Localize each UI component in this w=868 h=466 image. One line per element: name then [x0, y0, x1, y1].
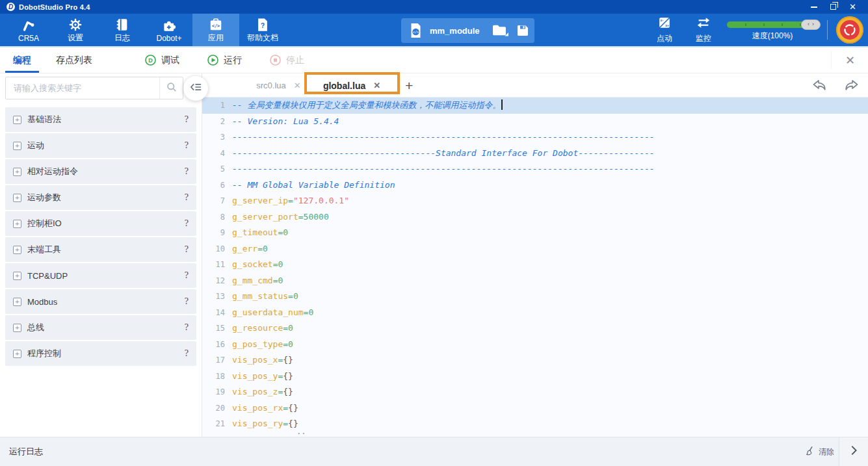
svg-text:x-: x-	[661, 18, 664, 22]
category-label: 基础语法	[27, 114, 61, 125]
emergency-stop-button[interactable]	[835, 16, 864, 44]
code-overflow-dots: ..	[296, 427, 306, 436]
toolbar-item-logs[interactable]: 日志	[99, 14, 146, 46]
sidebar-category[interactable]: +TCP&UDP?	[5, 263, 196, 288]
tab-point-list[interactable]: 存点列表	[48, 47, 100, 73]
expand-icon[interactable]: +	[13, 142, 21, 150]
run-icon	[207, 54, 219, 66]
new-tab-button[interactable]: +	[401, 73, 417, 97]
help-icon[interactable]: ?	[185, 348, 189, 359]
restore-button[interactable]	[830, 3, 836, 12]
monitor-button[interactable]: 监控	[684, 16, 723, 44]
gear-icon	[68, 16, 83, 32]
expand-icon[interactable]: +	[13, 220, 21, 228]
collapse-sidebar-button[interactable]	[183, 76, 208, 101]
category-label: Modbus	[27, 297, 57, 307]
line-number: 8	[202, 209, 232, 226]
line-number: 6	[202, 177, 232, 194]
sidebar-category[interactable]: +基础语法?	[5, 107, 196, 132]
tab-programming[interactable]: 编程	[5, 47, 39, 73]
line-text: vis_pos_x={}	[232, 352, 293, 369]
token-operator: =	[283, 339, 288, 349]
line-text: ----------------------------------------…	[232, 146, 655, 162]
close-tab-icon[interactable]: ✕	[373, 81, 380, 90]
help-icon[interactable]: ?	[185, 140, 189, 151]
toolbar-item-help-docs[interactable]: ?帮助文档	[239, 14, 286, 46]
help-icon[interactable]: ?	[185, 296, 189, 307]
sidebar-category[interactable]: +运动?	[5, 133, 196, 158]
token-operator: =	[298, 212, 304, 222]
collapse-icon	[189, 81, 202, 96]
line-text: g_mm_cmd=0	[232, 273, 283, 289]
nav-row: 编程存点列表 D调试运行停止 ✕	[0, 47, 868, 73]
debug-button[interactable]: D调试	[144, 54, 179, 66]
open-folder-icon[interactable]	[492, 23, 509, 38]
line-text: vis_pos_rx={}	[232, 400, 298, 417]
close-panel-icon[interactable]: ✕	[841, 47, 859, 73]
line-number: 9	[202, 225, 232, 241]
expand-icon[interactable]: +	[13, 246, 21, 254]
token-variable: vis_pos_y	[232, 371, 278, 381]
expand-log-button[interactable]	[839, 437, 868, 466]
close-window-button[interactable]: ✕	[849, 3, 856, 12]
token-comment: -- Version: Lua 5.4.4	[232, 116, 339, 126]
line-text: -- Version: Lua 5.4.4	[232, 114, 339, 130]
editor-tab-global.lua[interactable]: global.lua✕	[306, 73, 397, 97]
help-icon[interactable]: ?	[185, 166, 189, 177]
sidebar-category[interactable]: +末端工具?	[5, 237, 196, 262]
project-pill[interactable]: </> mm_module	[401, 18, 534, 43]
redo-icon[interactable]	[843, 77, 860, 97]
sidebar-category[interactable]: +相对运动指令?	[5, 159, 196, 184]
toolbar-item-apps[interactable]: </>应用	[192, 14, 239, 46]
code-area[interactable]: 1-- 全局变量模块仅用于定义全局变量和模块函数，不能调用运动指令。2-- Ve…	[202, 97, 868, 437]
toolbar-item-settings[interactable]: 设置	[52, 14, 99, 46]
code-line: 2-- Version: Lua 5.4.4	[202, 114, 868, 130]
save-icon[interactable]	[516, 24, 529, 37]
main-toolbar: CR5A设置日志Dobot+</>应用?帮助文档 </> mm_module x…	[0, 14, 868, 46]
sidebar-category[interactable]: +控制柜IO?	[5, 211, 196, 236]
run-button[interactable]: 运行	[207, 54, 242, 66]
speed-slider-track[interactable]: ‹›	[727, 21, 818, 28]
sidebar-category[interactable]: +程序控制?	[5, 341, 196, 366]
expand-icon[interactable]: +	[13, 350, 21, 358]
close-tab-icon[interactable]: ✕	[294, 81, 301, 90]
line-text: g_server_ip="127.0.0.1"	[232, 193, 349, 209]
help-icon[interactable]: ?	[185, 192, 189, 203]
toolbar-items: CR5A设置日志Dobot+</>应用?帮助文档	[5, 14, 286, 46]
search-button[interactable]	[159, 77, 183, 99]
clear-log-button[interactable]: 清除	[805, 437, 834, 466]
expand-icon[interactable]: +	[13, 272, 21, 280]
help-icon[interactable]: ?	[185, 218, 189, 229]
code-line: 15g_resource=0	[202, 320, 868, 337]
help-icon[interactable]: ?	[185, 114, 189, 125]
token-brace: {}	[283, 355, 293, 365]
speed-slider-handle[interactable]: ‹›	[801, 19, 821, 30]
expand-icon[interactable]: +	[13, 194, 21, 202]
line-number: 17	[202, 352, 232, 369]
sidebar-category[interactable]: +总线?	[5, 315, 196, 340]
expand-icon[interactable]: +	[13, 116, 21, 124]
undo-icon[interactable]	[811, 77, 828, 97]
stop-button[interactable]: 停止	[269, 54, 304, 66]
search-input[interactable]	[6, 77, 159, 99]
minimize-button[interactable]	[811, 3, 817, 12]
line-number: 5	[202, 161, 232, 177]
help-icon[interactable]: ?	[185, 270, 189, 281]
jog-button[interactable]: x-x+ 点动	[645, 16, 684, 44]
sidebar-category[interactable]: +运动参数?	[5, 185, 196, 210]
token-number: 0	[288, 323, 293, 333]
toolbar-right: x-x+ 点动 监控 ‹› 速度(100%)	[645, 14, 864, 46]
speed-control: ‹› 速度(100%)	[723, 19, 822, 42]
help-icon[interactable]: ?	[185, 322, 189, 333]
code-line: 20vis_pos_rx={}	[202, 400, 868, 417]
sidebar-category[interactable]: +Modbus?	[5, 289, 196, 314]
expand-icon[interactable]: +	[13, 324, 21, 332]
toolbar-item-dobot-plus[interactable]: Dobot+	[146, 14, 192, 46]
help-icon[interactable]: ?	[185, 244, 189, 255]
broom-icon	[805, 446, 815, 458]
expand-icon[interactable]: +	[13, 298, 21, 306]
expand-icon[interactable]: +	[13, 168, 21, 176]
toolbar-item-cr5a[interactable]: CR5A	[5, 14, 52, 46]
speed-label: 速度(100%)	[752, 31, 793, 42]
line-number: 12	[202, 273, 232, 289]
